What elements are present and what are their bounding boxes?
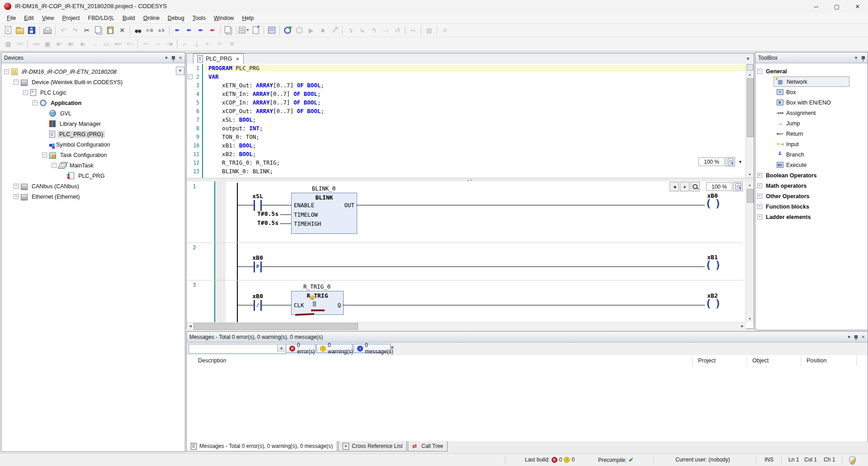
- toolbox-item-surface[interactable]: ┸Branch: [774, 150, 806, 159]
- messages-close-icon[interactable]: ✕: [861, 335, 865, 339]
- ladder-vertical-scrollbar[interactable]: ▲ ▼: [745, 181, 754, 322]
- toolbox-item-execute[interactable]: ExExecute: [755, 160, 868, 170]
- code-line-8[interactable]: 8 output: INT;: [187, 124, 746, 133]
- code-line-4[interactable]: 4 xETN_In: ARRAY[0..7] OF BOOL;: [187, 90, 746, 98]
- coil-symbol[interactable]: (: [705, 259, 712, 271]
- tree-item-plc-prg-call[interactable]: PLC_PRG: [1, 171, 185, 181]
- toolbox-pin-icon[interactable]: [862, 56, 865, 59]
- expand-icon[interactable]: +: [757, 214, 762, 219]
- quick-replace-button[interactable]: a·b: [156, 25, 167, 36]
- coil-symbol[interactable]: (: [705, 198, 712, 209]
- toolbox-item-surface[interactable]: ExExecute: [774, 160, 808, 170]
- instance-name[interactable]: BLINK_0: [285, 185, 362, 192]
- menu-window[interactable]: Window: [210, 14, 238, 23]
- declaration-editor[interactable]: 1PROGRAM PLC_PRG−2VAR3 xETN_Out: ARRAY[0…: [187, 64, 746, 178]
- toolbox-item-surface[interactable]: EBox with EN/ENO: [774, 98, 833, 107]
- expand-icon[interactable]: +: [757, 183, 762, 188]
- combobox-dropdown-icon[interactable]: ▼: [277, 345, 285, 352]
- tab-list-dropdown-icon[interactable]: ▼: [746, 57, 750, 61]
- toolbox-item-box[interactable]: ?Box: [755, 87, 868, 97]
- collapse-icon[interactable]: −: [757, 69, 762, 74]
- errors-filter-button[interactable]: ✕0 error(s): [286, 344, 316, 353]
- bottom-tab-messages[interactable]: Messages - Total 0 error(s), 0 warning(s…: [186, 441, 337, 452]
- collapse-icon[interactable]: −: [4, 69, 9, 74]
- code-line-2[interactable]: −2VAR: [187, 72, 746, 81]
- messages-filter-button[interactable]: i0 message(s): [354, 344, 391, 353]
- tree-item-plc-prg[interactable]: PLC_PRG (PRG): [1, 129, 185, 139]
- messages-pin-icon[interactable]: [854, 335, 858, 338]
- find-button[interactable]: [132, 25, 143, 36]
- code-line-12[interactable]: 12 R_TRIG_0: R_TRIG;: [187, 158, 746, 167]
- menu-debug[interactable]: Debug: [164, 14, 189, 23]
- code-line-13[interactable]: 13 BLINK_0: BLINK;: [187, 167, 746, 176]
- expand-icon[interactable]: +: [14, 194, 19, 199]
- messages-table-body[interactable]: [187, 367, 868, 441]
- dropdown-chevron-icon[interactable]: ▼: [246, 28, 250, 32]
- network-number[interactable]: 2: [193, 244, 196, 251]
- maximize-button[interactable]: ▢: [826, 0, 847, 13]
- device-selector-dropdown[interactable]: ▼: [176, 67, 184, 75]
- collapse-icon[interactable]: −: [33, 100, 38, 105]
- input-pin-enable[interactable]: ENABLE: [294, 202, 314, 209]
- code-line-3[interactable]: 3 xETN_Out: ARRAY[0..7] OF BOOL;: [187, 81, 746, 90]
- devices-dropdown-icon[interactable]: ▼: [165, 56, 169, 60]
- pin-value[interactable]: T#0.5s: [247, 210, 278, 217]
- compare-button[interactable]: [223, 25, 234, 36]
- function-block-box[interactable]: R_TRIGCLKQ: [291, 291, 344, 315]
- bottom-tab-call-tree[interactable]: Call Tree: [408, 441, 448, 452]
- scroll-down-icon[interactable]: ▼: [746, 171, 754, 178]
- devices-close-icon[interactable]: ✕: [179, 56, 182, 60]
- toolbox-dropdown-icon[interactable]: ▼: [854, 56, 858, 60]
- message-category-combobox[interactable]: ▼: [189, 344, 286, 354]
- column-separator[interactable]: [746, 357, 747, 366]
- toolbox-group-ladder-elements[interactable]: +Ladder elements: [755, 212, 868, 222]
- expand-icon[interactable]: +: [757, 204, 762, 209]
- bookmark-next-button[interactable]: ✒: [184, 25, 194, 36]
- ladder-editor[interactable]: 1xSLBLINKENABLETIMELOWTIMEHIGHOUTBLINK_0…: [187, 181, 746, 322]
- code-line-1[interactable]: 1PROGRAM PLC_PRG: [187, 64, 746, 72]
- input-pin-clk[interactable]: CLK: [294, 302, 304, 309]
- menu-online[interactable]: Online: [139, 14, 164, 23]
- visualization-button[interactable]: [266, 25, 277, 36]
- expand-icon[interactable]: +: [757, 173, 762, 178]
- toolbox-item-surface[interactable]: ?Box: [774, 87, 798, 97]
- export-button[interactable]: [250, 25, 261, 36]
- coil-symbol[interactable]: ): [715, 259, 721, 271]
- input-pin-timelow[interactable]: TIMELOW: [294, 211, 318, 218]
- coil-symbol[interactable]: (: [705, 298, 712, 309]
- toolbox-item-jump[interactable]: →Jump: [755, 118, 868, 128]
- menu-fbd-ld-il[interactable]: FBD/LD/IL: [84, 14, 118, 23]
- declaration-vertical-scrollbar[interactable]: ▲ ▼: [745, 64, 754, 178]
- replace-button[interactable]: A·B: [144, 25, 155, 36]
- toolbox-item-box-with-en-eno[interactable]: EBox with EN/ENO: [755, 97, 868, 108]
- toolbox-item-surface[interactable]: ◂ʀᴇᴛReturn: [774, 129, 805, 138]
- devices-pin-icon[interactable]: [172, 56, 175, 59]
- tree-item-maintask[interactable]: −MainTask: [1, 160, 185, 171]
- collapse-icon[interactable]: −: [23, 90, 28, 95]
- ladder-fit-zoom-button[interactable]: [733, 182, 743, 191]
- network-number[interactable]: 1: [193, 183, 196, 190]
- insert-mode-indicator[interactable]: INS: [764, 456, 774, 463]
- toolbox-item-input[interactable]: ✳⊣Input: [755, 139, 868, 149]
- contact-variable-label[interactable]: xSL: [237, 193, 278, 200]
- zoom-tool-button[interactable]: [690, 182, 700, 191]
- toolbox-group-function-blocks[interactable]: +Function blocks: [755, 201, 868, 212]
- ladder-hscroll-thumb[interactable]: [193, 323, 358, 330]
- paste-button[interactable]: [105, 25, 116, 36]
- scroll-up-icon[interactable]: ▲: [746, 71, 754, 78]
- save-button[interactable]: [26, 25, 37, 36]
- select-tool-button[interactable]: ▲: [670, 182, 679, 191]
- scroll-right-icon[interactable]: ▶: [739, 323, 746, 329]
- column-header-position[interactable]: Position: [807, 357, 826, 364]
- expand-icon[interactable]: +: [757, 194, 762, 199]
- output-pin-q[interactable]: Q: [337, 302, 341, 309]
- coil-variable-label[interactable]: xB2: [692, 292, 733, 299]
- coil-symbol[interactable]: ): [715, 198, 721, 209]
- bookmark-prev-button[interactable]: ✒: [195, 25, 206, 36]
- ladder-horizontal-scrollbar[interactable]: ◀ ▶: [187, 322, 746, 330]
- messages-dropdown-icon[interactable]: ▼: [847, 335, 851, 339]
- pan-tool-button[interactable]: +: [680, 182, 689, 191]
- tab-close-icon[interactable]: ✕: [236, 57, 239, 62]
- new-project-button[interactable]: [3, 25, 14, 36]
- tree-item-symbol-configuration[interactable]: Symbol Configuration: [1, 139, 185, 150]
